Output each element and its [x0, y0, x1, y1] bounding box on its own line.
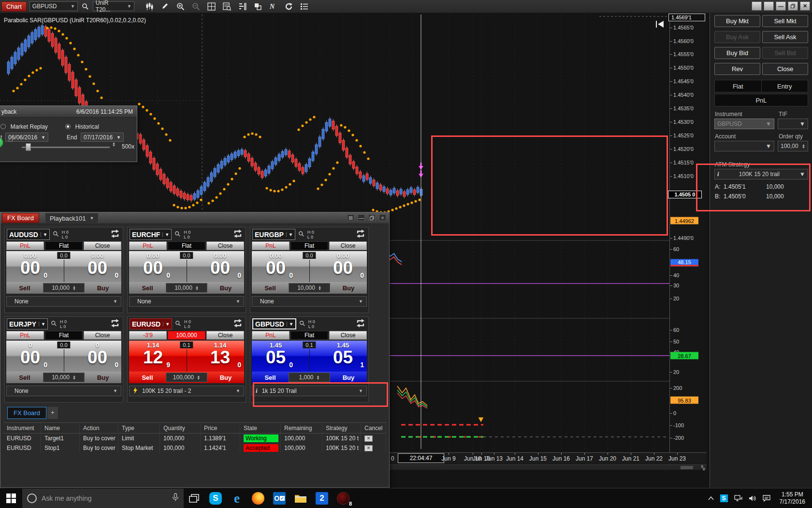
zoom-out-icon[interactable]	[191, 2, 201, 11]
position-button[interactable]: Flat	[45, 241, 83, 250]
buy-button[interactable]: Buy	[330, 374, 367, 381]
action-center-icon[interactable]	[763, 495, 770, 502]
quantity-input[interactable]: 100,000▲▼	[166, 373, 207, 382]
market-replay-radio[interactable]: Market Replay	[0, 122, 48, 131]
buy-bid-button[interactable]: Buy Bid	[714, 47, 760, 59]
series-dropdown[interactable]: UniR T20...▼	[93, 1, 134, 11]
minimize-icon[interactable]: —	[358, 214, 365, 221]
column-header-state[interactable]: State	[240, 423, 281, 433]
search-icon[interactable]	[298, 230, 304, 239]
buy-price-panel[interactable]: 0.00000	[319, 251, 367, 282]
column-header-strategy[interactable]: Strategy	[322, 423, 361, 433]
position-button[interactable]: Flat	[168, 241, 205, 250]
instrument-select[interactable]: GBPUSD▼	[714, 119, 774, 129]
network-icon[interactable]	[734, 495, 742, 502]
pencil-icon[interactable]	[160, 2, 170, 11]
market-depth-icon[interactable]	[238, 2, 247, 11]
end-date-select[interactable]: 07/17/2016▼	[81, 133, 124, 142]
instrument-link-icon[interactable]	[110, 229, 120, 240]
play-button[interactable]	[0, 137, 3, 148]
spinner-icon[interactable]: ▲▼	[112, 142, 116, 147]
cancel-order-button[interactable]: ✕	[364, 435, 373, 442]
cancel-order-button[interactable]: ✕	[364, 445, 373, 451]
instrument-link-icon[interactable]	[110, 319, 120, 329]
scrollbar-handle[interactable]	[681, 466, 693, 469]
sell-button[interactable]: Sell	[6, 374, 43, 381]
column-header-instrument[interactable]: Instrument	[3, 423, 41, 433]
quantity-input[interactable]: 10,000▲▼	[43, 283, 85, 293]
edge-icon[interactable]: e	[226, 489, 247, 508]
search-icon[interactable]	[81, 2, 90, 11]
file-explorer-icon[interactable]	[290, 489, 311, 508]
close-button[interactable]: Close	[762, 63, 808, 75]
instrument-link-icon[interactable]	[233, 319, 243, 329]
tab-fx-board[interactable]: FX Board	[7, 407, 46, 419]
buy-button[interactable]: Buy	[330, 284, 367, 292]
fx-board-window[interactable]: FX Board Playback101 ▼ ⊞ — × AUDUSD▼ H 0…	[0, 212, 390, 488]
strategy-select[interactable]: None▼	[129, 296, 244, 307]
outlook-icon[interactable]: O✓	[269, 489, 290, 508]
sell-button[interactable]: Sell	[6, 284, 43, 292]
close-button[interactable]: Close	[84, 241, 121, 250]
sell-price-panel[interactable]: 0000	[6, 341, 54, 372]
zoom-in-icon[interactable]	[176, 2, 185, 11]
firefox-icon[interactable]	[247, 489, 269, 508]
fx-board-chip[interactable]: FX Board	[2, 213, 39, 223]
sell-ask-button[interactable]: Sell Ask	[762, 31, 808, 43]
position-button[interactable]: Flat	[45, 331, 83, 340]
buy-ask-button[interactable]: Buy Ask	[714, 31, 760, 43]
strategy-select[interactable]: None▼	[6, 386, 121, 396]
resize-grip-icon[interactable]: ▚	[701, 465, 705, 470]
search-icon[interactable]	[299, 320, 305, 329]
buy-button[interactable]: Buy	[85, 284, 121, 292]
checkbox[interactable]	[9, 138, 13, 142]
tif-select[interactable]: ▼	[778, 119, 808, 129]
buy-price-panel[interactable]: 1.14130	[196, 341, 244, 372]
sell-price-panel[interactable]: 0.00000	[129, 251, 177, 282]
blank-icon[interactable]	[752, 1, 762, 11]
search-icon[interactable]	[174, 230, 181, 239]
pnl-button[interactable]: PnL	[714, 94, 808, 106]
radio-selected-icon[interactable]	[65, 124, 71, 129]
playback-titlebar[interactable]: yback 6/6/2016 11:14:25 PM	[0, 106, 137, 118]
minimize-icon[interactable]: —	[776, 1, 786, 11]
list-icon[interactable]	[300, 2, 309, 11]
close-button[interactable]: Close	[206, 241, 244, 250]
symbol-dropdown[interactable]: GBPUSD▼	[252, 318, 296, 329]
skip-to-start-icon[interactable]	[655, 20, 666, 30]
strategy-select[interactable]: None▼	[252, 296, 367, 307]
grid-icon[interactable]	[207, 2, 216, 11]
buy-price-panel[interactable]: 0.00000	[73, 251, 121, 282]
tray-expand-icon[interactable]	[708, 496, 714, 500]
order-qty-input[interactable]: 100,00▲▼	[778, 141, 808, 151]
symbol-dropdown[interactable]: EURUSD▼	[130, 318, 172, 329]
radio-icon[interactable]	[0, 124, 6, 129]
entry-button[interactable]: Entry	[762, 80, 808, 92]
app2-icon[interactable]: 2	[311, 489, 333, 508]
speed-slider-handle[interactable]	[26, 143, 31, 151]
instrument-link-icon[interactable]	[356, 319, 365, 329]
taskbar-clock[interactable]: 1:55 PM 7/17/2016	[777, 491, 808, 506]
ninjascript-icon[interactable]: N	[269, 2, 278, 11]
sell-price-panel[interactable]: 0.00000	[6, 251, 54, 282]
volume-icon[interactable]	[749, 495, 756, 502]
close-button[interactable]: Close	[329, 241, 367, 250]
add-tab-button[interactable]: +	[47, 407, 58, 419]
playback-window[interactable]: yback 6/6/2016 11:14:25 PM Market Replay…	[0, 105, 137, 162]
historical-radio[interactable]: Historical	[65, 122, 99, 131]
chart-window-chip[interactable]: Chart	[1, 1, 27, 12]
close-button[interactable]: Close	[329, 331, 367, 340]
sell-price-panel[interactable]: 1.14129	[129, 341, 177, 372]
sell-button[interactable]: Sell	[252, 284, 289, 292]
position-button[interactable]: Flat	[290, 241, 328, 250]
skype-icon[interactable]: S	[205, 489, 226, 508]
position-button[interactable]: Flat	[290, 331, 328, 340]
restore-icon[interactable]	[788, 1, 798, 11]
price-axis[interactable]: 1.4569'1 1.4505 0 1.4565'01.4560'01.4555…	[669, 13, 707, 469]
cortana-search-box[interactable]: Ask me anything	[22, 489, 184, 508]
buy-mkt-button[interactable]: Buy Mkt	[714, 15, 760, 27]
blank-icon[interactable]	[764, 1, 774, 11]
sell-mkt-button[interactable]: Sell Mkt	[762, 15, 808, 27]
symbol-dropdown[interactable]: EURJPY▼	[7, 318, 48, 329]
candlestick-icon[interactable]	[145, 2, 154, 11]
